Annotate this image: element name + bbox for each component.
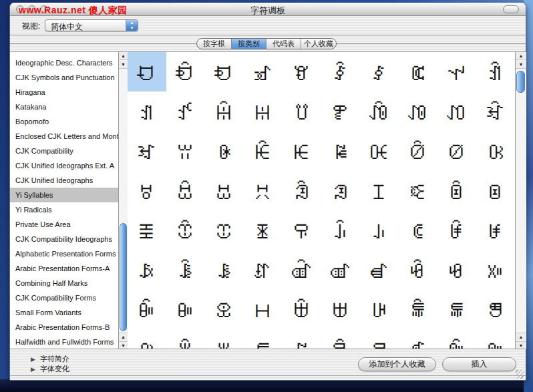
char-cell[interactable]: ꀋ bbox=[166, 91, 205, 131]
disclosure-triangle-icon[interactable]: ▶ bbox=[31, 356, 35, 363]
char-cell[interactable]: ꀒ bbox=[437, 91, 476, 131]
char-cell[interactable]: ꀑ bbox=[399, 91, 437, 131]
char-cell[interactable]: ꁅ bbox=[476, 290, 515, 329]
sidebar-item[interactable]: Katakana bbox=[10, 100, 118, 114]
char-cell[interactable]: ꀽ bbox=[166, 290, 205, 329]
char-cell[interactable]: ꀱ bbox=[476, 210, 515, 250]
scroll-up-icon[interactable]: ▲ bbox=[516, 333, 526, 341]
char-cell[interactable]: ꀥ bbox=[399, 171, 437, 210]
sidebar-item[interactable]: Yi Syllables bbox=[10, 188, 118, 202]
resize-grip-icon[interactable] bbox=[516, 370, 524, 379]
char-cell[interactable]: ꀧ bbox=[476, 171, 515, 210]
char-cell[interactable]: ꀝ bbox=[476, 132, 515, 171]
char-cell[interactable]: ꀮ bbox=[360, 210, 399, 250]
char-cell[interactable]: ꀯ bbox=[399, 210, 437, 250]
char-cell[interactable]: ꀖ bbox=[205, 132, 244, 171]
tab-code-table[interactable]: 代码表 bbox=[266, 39, 301, 49]
char-cell[interactable]: ꀎ bbox=[283, 91, 321, 131]
char-cell[interactable]: ꀔ bbox=[128, 132, 166, 171]
char-cell[interactable]: ꀲ bbox=[128, 250, 166, 289]
grid-scrollbar[interactable]: ▲ ▼ ▲ ▼ bbox=[515, 52, 526, 349]
sidebar-item[interactable]: Combining Half Marks bbox=[10, 276, 118, 290]
char-cell[interactable]: ꁊ bbox=[283, 329, 321, 349]
tab-by-category[interactable]: 按类别 bbox=[232, 39, 266, 49]
char-cell[interactable]: ꀹ bbox=[399, 250, 437, 289]
char-cell[interactable]: ꀸ bbox=[360, 250, 399, 289]
char-cell[interactable]: ꀊ bbox=[128, 91, 166, 131]
sidebar-item[interactable]: Enclosed CJK Letters and Months bbox=[10, 129, 118, 144]
char-cell[interactable]: ꀓ bbox=[476, 91, 515, 131]
tab-by-radical[interactable]: 按字根 bbox=[197, 39, 232, 49]
char-cell[interactable]: ꀚ bbox=[360, 132, 399, 171]
char-cell[interactable]: ꀴ bbox=[205, 250, 244, 289]
char-cell[interactable]: ꁁ bbox=[321, 290, 360, 329]
char-cell[interactable]: ꀛ bbox=[399, 132, 437, 171]
char-cell[interactable]: ꀙ bbox=[321, 132, 360, 171]
scroll-up-icon[interactable]: ▲ bbox=[119, 333, 128, 341]
sidebar-item[interactable]: Alphabetic Presentation Forms bbox=[10, 246, 118, 261]
sidebar-item[interactable]: Hiragana bbox=[10, 85, 118, 100]
sidebar-scrollbar[interactable]: ▲ ▼ ▲ ▼ bbox=[118, 52, 128, 349]
char-cell[interactable]: ꀫ bbox=[244, 210, 283, 250]
sidebar-item[interactable]: Halfwidth and Fullwidth Forms bbox=[10, 335, 118, 349]
char-cell[interactable]: ꀨ bbox=[128, 210, 166, 250]
char-cell[interactable]: ꀩ bbox=[166, 210, 205, 250]
char-cell[interactable]: ꁎ bbox=[437, 329, 476, 349]
char-cell[interactable]: ꀦ bbox=[437, 171, 476, 210]
char-cell[interactable]: ꀀ bbox=[128, 52, 166, 91]
char-cell[interactable]: ꀞ bbox=[128, 171, 166, 210]
sidebar-item[interactable]: CJK Unified Ideographs bbox=[10, 173, 118, 188]
char-cell[interactable]: ꀤ bbox=[360, 171, 399, 210]
char-cell[interactable]: ꁉ bbox=[244, 329, 283, 349]
char-cell[interactable]: ꀟ bbox=[166, 171, 205, 210]
char-cell[interactable]: ꀃ bbox=[244, 52, 283, 91]
char-cell[interactable]: ꀕ bbox=[166, 132, 205, 171]
char-cell[interactable]: ꀅ bbox=[321, 52, 360, 91]
char-cell[interactable]: ꀈ bbox=[437, 52, 476, 91]
sidebar-item[interactable]: Arabic Presentation Forms-A bbox=[10, 261, 118, 276]
disclosure-triangle-icon[interactable]: ▶ bbox=[31, 366, 35, 373]
char-cell[interactable]: ꀌ bbox=[205, 91, 244, 131]
char-cell[interactable]: ꀠ bbox=[205, 171, 244, 210]
char-cell[interactable]: ꀾ bbox=[205, 290, 244, 329]
char-cell[interactable]: ꁀ bbox=[283, 290, 321, 329]
char-cell[interactable]: ꀰ bbox=[437, 210, 476, 250]
char-cell[interactable]: ꀍ bbox=[244, 91, 283, 131]
char-cell[interactable]: ꀁ bbox=[166, 52, 205, 91]
sidebar-scrollbar-thumb[interactable] bbox=[120, 223, 127, 331]
char-cell[interactable]: ꀵ bbox=[244, 250, 283, 289]
char-cell[interactable]: ꀻ bbox=[476, 250, 515, 289]
sidebar-item[interactable]: Private Use Area bbox=[10, 217, 118, 232]
scroll-down-icon[interactable]: ▼ bbox=[516, 61, 526, 69]
char-cell[interactable]: ꀺ bbox=[437, 250, 476, 289]
char-cell[interactable]: ꀐ bbox=[360, 91, 399, 131]
character-info-disclosure[interactable]: ▶字符简介 bbox=[31, 354, 69, 364]
char-cell[interactable]: ꁌ bbox=[360, 329, 399, 349]
char-cell[interactable]: ꀭ bbox=[321, 210, 360, 250]
scroll-up-icon[interactable]: ▲ bbox=[516, 52, 526, 60]
char-cell[interactable]: ꀢ bbox=[283, 171, 321, 210]
char-cell[interactable]: ꁍ bbox=[399, 329, 437, 349]
toolbar-toggle-button[interactable] bbox=[503, 5, 519, 13]
view-select[interactable]: 简体中文 ▲ ▼ bbox=[45, 19, 138, 31]
char-cell[interactable]: ꁋ bbox=[321, 329, 360, 349]
sidebar-item[interactable]: CJK Unified Ideographs Ext. A bbox=[10, 158, 118, 173]
char-cell[interactable]: ꁄ bbox=[437, 290, 476, 329]
char-cell[interactable]: ꁇ bbox=[166, 329, 205, 349]
scroll-down-icon[interactable]: ▼ bbox=[119, 61, 128, 69]
add-to-favorites-button[interactable]: 添加到个人收藏 bbox=[358, 357, 436, 371]
char-cell[interactable]: ꀳ bbox=[166, 250, 205, 289]
char-cell[interactable]: ꀜ bbox=[437, 132, 476, 171]
char-cell[interactable]: ꀗ bbox=[244, 132, 283, 171]
char-cell[interactable]: ꀘ bbox=[283, 132, 321, 171]
font-variation-disclosure[interactable]: ▶字体变化 bbox=[31, 364, 69, 374]
sidebar-item[interactable]: Ideographic Desc. Characters bbox=[10, 55, 118, 70]
sidebar-item[interactable]: CJK Compatibility bbox=[10, 144, 118, 158]
sidebar-item[interactable]: Bopomofo bbox=[10, 114, 118, 129]
sidebar-item[interactable]: Arabic Presentation Forms-B bbox=[10, 320, 118, 335]
char-cell[interactable]: ꀂ bbox=[205, 52, 244, 91]
char-cell[interactable]: ꀆ bbox=[360, 52, 399, 91]
insert-button[interactable]: 插入 bbox=[442, 357, 516, 371]
char-cell[interactable]: ꁏ bbox=[476, 329, 515, 349]
char-cell[interactable]: ꀼ bbox=[128, 290, 166, 329]
